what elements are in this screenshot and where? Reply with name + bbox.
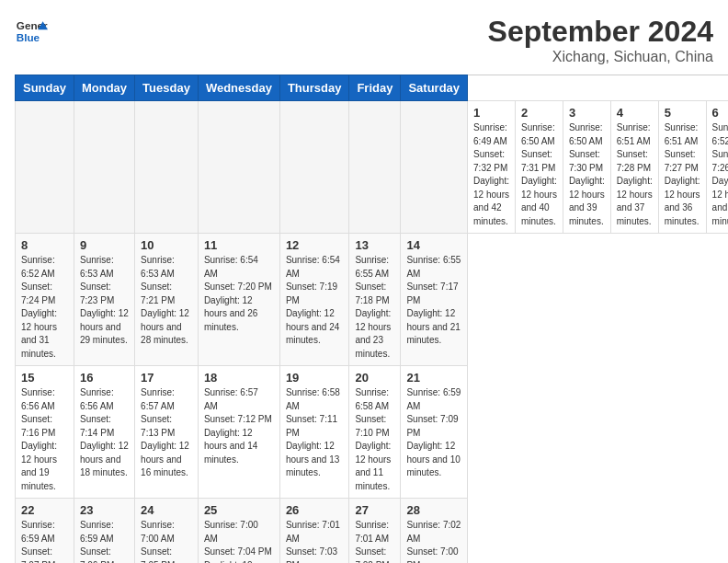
day-cell-12: 12Sunrise: 6:54 AMSunset: 7:19 PMDayligh…	[279, 234, 349, 366]
day-info: Sunrise: 6:57 AMSunset: 7:13 PMDaylight:…	[141, 386, 192, 480]
day-number: 28	[406, 503, 461, 517]
day-cell-15: 15Sunrise: 6:56 AMSunset: 7:16 PMDayligh…	[16, 366, 74, 499]
weekday-header-monday: Monday	[74, 75, 134, 101]
day-cell-25: 25Sunrise: 7:00 AMSunset: 7:04 PMDayligh…	[198, 499, 279, 564]
day-info: Sunrise: 6:50 AMSunset: 7:30 PMDaylight:…	[569, 121, 605, 228]
day-number: 26	[286, 503, 344, 517]
day-number: 19	[286, 371, 344, 385]
day-info: Sunrise: 6:52 AMSunset: 7:24 PMDaylight:…	[21, 254, 68, 361]
day-number: 14	[406, 238, 461, 252]
day-cell-8: 8Sunrise: 6:52 AMSunset: 7:24 PMDaylight…	[16, 234, 74, 366]
day-info: Sunrise: 6:54 AMSunset: 7:19 PMDaylight:…	[286, 254, 344, 348]
calendar-week-4: 22Sunrise: 6:59 AMSunset: 7:07 PMDayligh…	[16, 499, 729, 564]
empty-cell	[279, 101, 349, 234]
day-number: 11	[204, 238, 274, 252]
day-cell-9: 9Sunrise: 6:53 AMSunset: 7:23 PMDaylight…	[74, 234, 134, 366]
day-info: Sunrise: 7:02 AMSunset: 7:00 PMDaylight:…	[406, 519, 461, 563]
day-number: 16	[80, 371, 129, 385]
day-info: Sunrise: 6:59 AMSunset: 7:06 PMDaylight:…	[80, 519, 129, 563]
weekday-header-friday: Friday	[349, 75, 401, 101]
day-number: 6	[712, 106, 728, 120]
day-info: Sunrise: 6:53 AMSunset: 7:21 PMDaylight:…	[141, 254, 192, 348]
day-info: Sunrise: 6:51 AMSunset: 7:28 PMDaylight:…	[617, 121, 653, 228]
svg-text:Blue: Blue	[17, 31, 40, 43]
empty-cell	[401, 101, 468, 234]
day-info: Sunrise: 6:53 AMSunset: 7:23 PMDaylight:…	[80, 254, 129, 348]
day-cell-2: 2Sunrise: 6:50 AMSunset: 7:31 PMDaylight…	[515, 101, 563, 234]
day-info: Sunrise: 7:01 AMSunset: 7:03 PMDaylight:…	[286, 519, 344, 563]
empty-cell	[135, 101, 199, 234]
day-cell-27: 27Sunrise: 7:01 AMSunset: 7:02 PMDayligh…	[349, 499, 401, 564]
day-cell-16: 16Sunrise: 6:56 AMSunset: 7:14 PMDayligh…	[74, 366, 134, 499]
day-number: 24	[141, 503, 192, 517]
day-number: 9	[80, 238, 129, 252]
day-number: 13	[355, 238, 394, 252]
day-cell-3: 3Sunrise: 6:50 AMSunset: 7:30 PMDaylight…	[563, 101, 610, 234]
day-cell-21: 21Sunrise: 6:59 AMSunset: 7:09 PMDayligh…	[401, 366, 468, 499]
day-number: 4	[617, 106, 653, 120]
day-number: 22	[21, 503, 68, 517]
logo: General Blue	[15, 15, 48, 48]
day-number: 2	[521, 106, 557, 120]
day-cell-19: 19Sunrise: 6:58 AMSunset: 7:11 PMDayligh…	[279, 366, 349, 499]
day-info: Sunrise: 6:55 AMSunset: 7:17 PMDaylight:…	[406, 254, 461, 348]
calendar-table: SundayMondayTuesdayWednesdayThursdayFrid…	[15, 75, 728, 563]
weekday-header-row: SundayMondayTuesdayWednesdayThursdayFrid…	[16, 75, 729, 101]
day-cell-14: 14Sunrise: 6:55 AMSunset: 7:17 PMDayligh…	[401, 234, 468, 366]
day-number: 23	[80, 503, 129, 517]
day-info: Sunrise: 6:56 AMSunset: 7:14 PMDaylight:…	[80, 386, 129, 480]
day-number: 17	[141, 371, 192, 385]
day-cell-20: 20Sunrise: 6:58 AMSunset: 7:10 PMDayligh…	[349, 366, 401, 499]
day-cell-5: 5Sunrise: 6:51 AMSunset: 7:27 PMDaylight…	[658, 101, 706, 234]
day-info: Sunrise: 6:49 AMSunset: 7:32 PMDaylight:…	[473, 121, 509, 228]
weekday-header-saturday: Saturday	[401, 75, 468, 101]
day-number: 21	[406, 371, 461, 385]
day-cell-24: 24Sunrise: 7:00 AMSunset: 7:05 PMDayligh…	[135, 499, 199, 564]
day-number: 10	[141, 238, 192, 252]
weekday-header-wednesday: Wednesday	[198, 75, 279, 101]
day-cell-22: 22Sunrise: 6:59 AMSunset: 7:07 PMDayligh…	[16, 499, 74, 564]
weekday-header-thursday: Thursday	[279, 75, 349, 101]
empty-cell	[349, 101, 401, 234]
empty-cell	[74, 101, 134, 234]
day-info: Sunrise: 6:54 AMSunset: 7:20 PMDaylight:…	[204, 254, 274, 334]
logo-icon: General Blue	[15, 15, 48, 48]
day-cell-26: 26Sunrise: 7:01 AMSunset: 7:03 PMDayligh…	[279, 499, 349, 564]
day-info: Sunrise: 6:59 AMSunset: 7:07 PMDaylight:…	[21, 519, 68, 563]
day-cell-17: 17Sunrise: 6:57 AMSunset: 7:13 PMDayligh…	[135, 366, 199, 499]
day-info: Sunrise: 6:51 AMSunset: 7:27 PMDaylight:…	[665, 121, 700, 228]
day-cell-23: 23Sunrise: 6:59 AMSunset: 7:06 PMDayligh…	[74, 499, 134, 564]
day-number: 25	[204, 503, 274, 517]
day-number: 12	[286, 238, 344, 252]
day-info: Sunrise: 6:58 AMSunset: 7:11 PMDaylight:…	[286, 386, 344, 480]
day-info: Sunrise: 6:59 AMSunset: 7:09 PMDaylight:…	[406, 386, 461, 480]
day-number: 3	[569, 106, 605, 120]
calendar-week-2: 8Sunrise: 6:52 AMSunset: 7:24 PMDaylight…	[16, 234, 729, 366]
calendar-week-3: 15Sunrise: 6:56 AMSunset: 7:16 PMDayligh…	[16, 366, 729, 499]
day-info: Sunrise: 6:58 AMSunset: 7:10 PMDaylight:…	[355, 386, 394, 493]
day-cell-28: 28Sunrise: 7:02 AMSunset: 7:00 PMDayligh…	[401, 499, 468, 564]
day-info: Sunrise: 6:52 AMSunset: 7:26 PMDaylight:…	[712, 121, 728, 228]
title-area: September 2024 Xichang, Sichuan, China	[488, 15, 713, 65]
day-cell-6: 6Sunrise: 6:52 AMSunset: 7:26 PMDaylight…	[706, 101, 728, 234]
month-title: September 2024	[488, 15, 713, 49]
day-info: Sunrise: 7:00 AMSunset: 7:05 PMDaylight:…	[141, 519, 192, 563]
day-cell-1: 1Sunrise: 6:49 AMSunset: 7:32 PMDaylight…	[468, 101, 516, 234]
day-info: Sunrise: 6:57 AMSunset: 7:12 PMDaylight:…	[204, 386, 274, 466]
day-number: 20	[355, 371, 394, 385]
day-info: Sunrise: 7:01 AMSunset: 7:02 PMDaylight:…	[355, 519, 394, 563]
calendar-week-1: 1Sunrise: 6:49 AMSunset: 7:32 PMDaylight…	[16, 101, 729, 234]
day-number: 15	[21, 371, 68, 385]
page-header: General Blue September 2024 Xichang, Sic…	[15, 15, 713, 65]
empty-cell	[16, 101, 74, 234]
day-info: Sunrise: 6:55 AMSunset: 7:18 PMDaylight:…	[355, 254, 394, 361]
day-info: Sunrise: 7:00 AMSunset: 7:04 PMDaylight:…	[204, 519, 274, 563]
day-number: 27	[355, 503, 394, 517]
day-number: 5	[665, 106, 700, 120]
empty-cell	[198, 101, 279, 234]
day-number: 8	[21, 238, 68, 252]
day-number: 18	[204, 371, 274, 385]
day-cell-11: 11Sunrise: 6:54 AMSunset: 7:20 PMDayligh…	[198, 234, 279, 366]
day-number: 1	[473, 106, 509, 120]
day-cell-10: 10Sunrise: 6:53 AMSunset: 7:21 PMDayligh…	[135, 234, 199, 366]
